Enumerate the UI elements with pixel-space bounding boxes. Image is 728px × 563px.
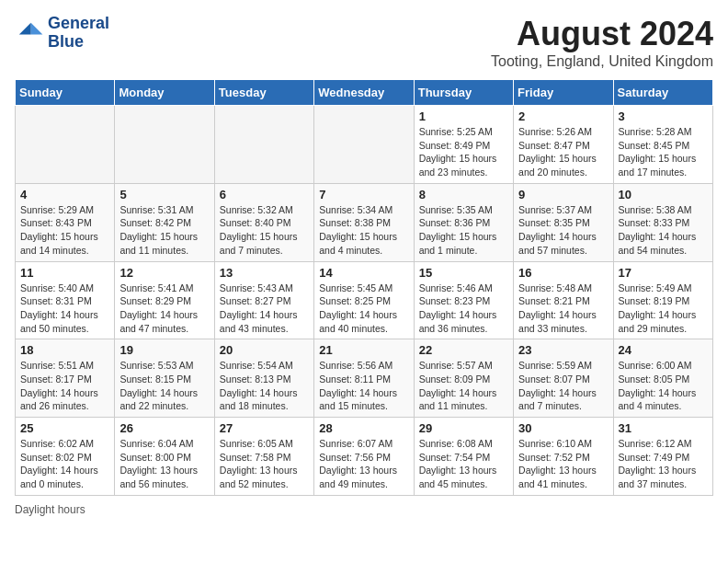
day-number: 30 (518, 421, 608, 435)
day-number: 10 (619, 188, 708, 201)
day-of-week-wednesday: Wednesday (314, 80, 414, 106)
day-info: Sunrise: 5:46 AMSunset: 8:23 PMDaylight:… (419, 282, 508, 336)
calendar-cell: 18Sunrise: 5:51 AMSunset: 8:17 PMDayligh… (16, 339, 115, 418)
day-number: 18 (20, 343, 109, 357)
day-info: Sunrise: 5:59 AMSunset: 8:07 PMDaylight:… (518, 359, 608, 413)
day-info: Sunrise: 6:12 AMSunset: 7:49 PMDaylight:… (619, 437, 708, 491)
calendar-cell: 20Sunrise: 5:54 AMSunset: 8:13 PMDayligh… (214, 339, 313, 418)
day-number: 16 (518, 266, 608, 280)
day-number: 11 (20, 266, 109, 280)
day-info: Sunrise: 5:51 AMSunset: 8:17 PMDaylight:… (20, 359, 109, 413)
day-info: Sunrise: 5:25 AMSunset: 8:49 PMDaylight:… (419, 125, 508, 179)
calendar-week-5: 25Sunrise: 6:02 AMSunset: 8:02 PMDayligh… (16, 418, 713, 496)
calendar-cell: 12Sunrise: 5:41 AMSunset: 8:29 PMDayligh… (115, 261, 214, 339)
day-number: 24 (619, 343, 708, 357)
day-of-week-saturday: Saturday (613, 80, 712, 106)
day-number: 3 (619, 109, 708, 123)
day-number: 19 (119, 343, 209, 357)
calendar-cell: 27Sunrise: 6:05 AMSunset: 7:58 PMDayligh… (214, 418, 313, 496)
calendar-cell: 19Sunrise: 5:53 AMSunset: 8:15 PMDayligh… (115, 339, 214, 418)
day-info: Sunrise: 5:37 AMSunset: 8:35 PMDaylight:… (518, 203, 608, 258)
calendar-cell (115, 106, 214, 184)
day-info: Sunrise: 6:05 AMSunset: 7:58 PMDaylight:… (220, 437, 309, 491)
calendar-cell (214, 106, 313, 184)
day-of-week-sunday: Sunday (16, 80, 115, 106)
logo-icon (15, 18, 44, 48)
day-of-week-tuesday: Tuesday (214, 80, 313, 106)
calendar-cell: 23Sunrise: 5:59 AMSunset: 8:07 PMDayligh… (514, 339, 613, 418)
month-year: August 2024 (491, 15, 713, 53)
day-number: 20 (220, 343, 309, 357)
day-info: Sunrise: 5:57 AMSunset: 8:09 PMDaylight:… (419, 359, 508, 413)
day-number: 9 (518, 188, 608, 201)
day-info: Sunrise: 6:07 AMSunset: 7:56 PMDaylight:… (319, 437, 408, 491)
day-number: 22 (419, 343, 508, 357)
day-info: Sunrise: 5:32 AMSunset: 8:40 PMDaylight:… (220, 203, 309, 258)
day-info: Sunrise: 5:31 AMSunset: 8:42 PMDaylight:… (119, 203, 209, 258)
calendar-cell: 1Sunrise: 5:25 AMSunset: 8:49 PMDaylight… (414, 106, 513, 184)
calendar-week-4: 18Sunrise: 5:51 AMSunset: 8:17 PMDayligh… (16, 339, 713, 418)
calendar-table: SundayMondayTuesdayWednesdayThursdayFrid… (15, 79, 713, 496)
day-info: Sunrise: 6:02 AMSunset: 8:02 PMDaylight:… (20, 437, 109, 491)
day-number: 21 (319, 343, 408, 357)
day-number: 26 (119, 421, 209, 435)
day-info: Sunrise: 5:54 AMSunset: 8:13 PMDaylight:… (220, 359, 309, 413)
day-number: 8 (419, 188, 508, 201)
calendar-cell: 24Sunrise: 6:00 AMSunset: 8:05 PMDayligh… (613, 339, 712, 418)
day-info: Sunrise: 6:04 AMSunset: 8:00 PMDaylight:… (119, 437, 209, 491)
day-info: Sunrise: 5:28 AMSunset: 8:45 PMDaylight:… (619, 125, 708, 179)
day-info: Sunrise: 6:10 AMSunset: 7:52 PMDaylight:… (518, 437, 608, 491)
calendar-cell: 8Sunrise: 5:35 AMSunset: 8:36 PMDaylight… (414, 183, 513, 261)
calendar-cell: 26Sunrise: 6:04 AMSunset: 8:00 PMDayligh… (115, 418, 214, 496)
calendar-cell (314, 106, 414, 184)
day-info: Sunrise: 5:56 AMSunset: 8:11 PMDaylight:… (319, 359, 408, 413)
calendar-week-3: 11Sunrise: 5:40 AMSunset: 8:31 PMDayligh… (16, 261, 713, 339)
day-number: 31 (619, 421, 708, 435)
day-number: 4 (20, 188, 109, 201)
calendar-cell: 14Sunrise: 5:45 AMSunset: 8:25 PMDayligh… (314, 261, 414, 339)
calendar-cell: 15Sunrise: 5:46 AMSunset: 8:23 PMDayligh… (414, 261, 513, 339)
calendar-cell: 30Sunrise: 6:10 AMSunset: 7:52 PMDayligh… (514, 418, 613, 496)
day-of-week-thursday: Thursday (414, 80, 513, 106)
calendar-cell: 13Sunrise: 5:43 AMSunset: 8:27 PMDayligh… (214, 261, 313, 339)
day-info: Sunrise: 5:40 AMSunset: 8:31 PMDaylight:… (20, 282, 109, 336)
title-block: August 2024 Tooting, England, United Kin… (491, 15, 713, 70)
footer-text: Daylight hours (15, 503, 85, 516)
calendar-cell: 17Sunrise: 5:49 AMSunset: 8:19 PMDayligh… (613, 261, 712, 339)
calendar-cell: 5Sunrise: 5:31 AMSunset: 8:42 PMDaylight… (115, 183, 214, 261)
day-info: Sunrise: 5:48 AMSunset: 8:21 PMDaylight:… (518, 282, 608, 336)
day-info: Sunrise: 6:08 AMSunset: 7:54 PMDaylight:… (419, 437, 508, 491)
day-info: Sunrise: 5:45 AMSunset: 8:25 PMDaylight:… (319, 282, 408, 336)
calendar-cell: 21Sunrise: 5:56 AMSunset: 8:11 PMDayligh… (314, 339, 414, 418)
calendar-week-1: 1Sunrise: 5:25 AMSunset: 8:49 PMDaylight… (16, 106, 713, 184)
day-info: Sunrise: 5:38 AMSunset: 8:33 PMDaylight:… (619, 203, 708, 258)
calendar-cell: 25Sunrise: 6:02 AMSunset: 8:02 PMDayligh… (16, 418, 115, 496)
page-header: General Blue August 2024 Tooting, Englan… (15, 15, 713, 70)
day-number: 7 (319, 188, 408, 201)
calendar-cell: 31Sunrise: 6:12 AMSunset: 7:49 PMDayligh… (613, 418, 712, 496)
day-of-week-monday: Monday (115, 80, 214, 106)
day-info: Sunrise: 5:29 AMSunset: 8:43 PMDaylight:… (20, 203, 109, 258)
day-number: 5 (119, 188, 209, 201)
day-info: Sunrise: 5:53 AMSunset: 8:15 PMDaylight:… (119, 359, 209, 413)
day-info: Sunrise: 5:35 AMSunset: 8:36 PMDaylight:… (419, 203, 508, 258)
day-number: 17 (619, 266, 708, 280)
location: Tooting, England, United Kingdom (491, 53, 713, 70)
day-number: 13 (220, 266, 309, 280)
calendar-cell: 16Sunrise: 5:48 AMSunset: 8:21 PMDayligh… (514, 261, 613, 339)
calendar-week-2: 4Sunrise: 5:29 AMSunset: 8:43 PMDaylight… (16, 183, 713, 261)
day-number: 28 (319, 421, 408, 435)
logo-text: General Blue (48, 15, 109, 52)
logo: General Blue (15, 15, 109, 52)
day-info: Sunrise: 5:26 AMSunset: 8:47 PMDaylight:… (518, 125, 608, 179)
day-info: Sunrise: 5:49 AMSunset: 8:19 PMDaylight:… (619, 282, 708, 336)
footer: Daylight hours (15, 503, 713, 516)
day-number: 23 (518, 343, 608, 357)
day-number: 12 (119, 266, 209, 280)
calendar-cell: 22Sunrise: 5:57 AMSunset: 8:09 PMDayligh… (414, 339, 513, 418)
calendar-cell (16, 106, 115, 184)
calendar-cell: 10Sunrise: 5:38 AMSunset: 8:33 PMDayligh… (613, 183, 712, 261)
day-number: 25 (20, 421, 109, 435)
day-info: Sunrise: 5:43 AMSunset: 8:27 PMDaylight:… (220, 282, 309, 336)
day-number: 27 (220, 421, 309, 435)
